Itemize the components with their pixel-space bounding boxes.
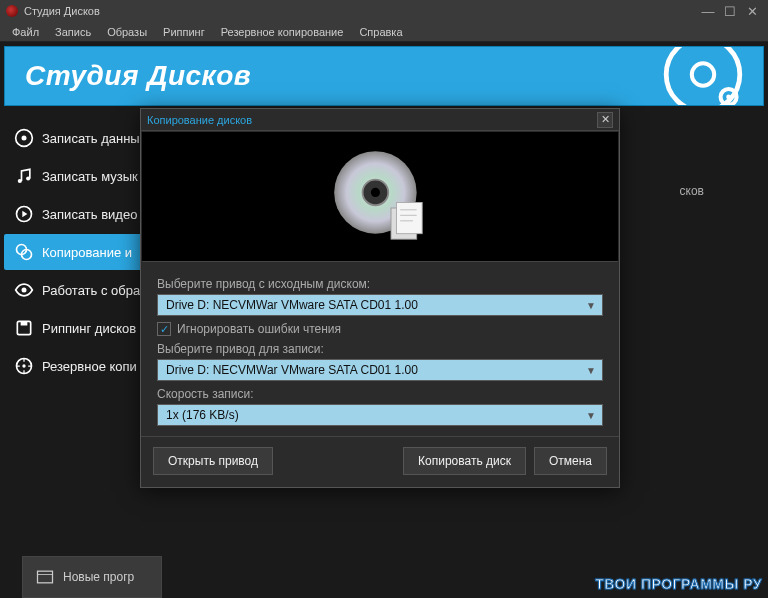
music-icon bbox=[14, 166, 34, 186]
svg-point-5 bbox=[22, 136, 27, 141]
sidebar-item-video[interactable]: Записать видео bbox=[4, 196, 162, 232]
menu-images[interactable]: Образы bbox=[99, 24, 155, 40]
save-icon bbox=[14, 318, 34, 338]
ignore-errors-label: Игнорировать ошибки чтения bbox=[177, 322, 341, 336]
svg-point-15 bbox=[22, 364, 25, 367]
footer-button-label: Новые прогр bbox=[63, 570, 134, 584]
minimize-button[interactable]: — bbox=[698, 3, 718, 19]
source-drive-label: Выберите привод с исходным диском: bbox=[157, 277, 603, 291]
sidebar-item-ripping[interactable]: Риппинг дисков bbox=[4, 310, 162, 346]
dialog-close-button[interactable]: ✕ bbox=[597, 112, 613, 128]
sidebar: Записать данны Записать музык Записать в… bbox=[4, 120, 162, 598]
dest-drive-label: Выберите привод для записи: bbox=[157, 342, 603, 356]
banner-title: Студия Дисков bbox=[25, 60, 251, 92]
svg-rect-16 bbox=[38, 571, 53, 583]
maximize-button[interactable]: ☐ bbox=[720, 3, 740, 19]
open-drive-button[interactable]: Открыть привод bbox=[153, 447, 273, 475]
sidebar-item-label: Работать с обра bbox=[42, 283, 140, 298]
menu-backup[interactable]: Резервное копирование bbox=[213, 24, 352, 40]
sidebar-item-label: Копирование и bbox=[42, 245, 132, 260]
svg-point-6 bbox=[18, 179, 22, 183]
dialog-body: Выберите привод с исходным диском: Drive… bbox=[141, 263, 619, 436]
hdd-icon bbox=[14, 356, 34, 376]
titlebar: Студия Дисков — ☐ ✕ bbox=[0, 0, 768, 22]
close-button[interactable]: ✕ bbox=[742, 3, 762, 19]
svg-point-3 bbox=[726, 95, 731, 100]
svg-point-11 bbox=[22, 288, 27, 293]
sidebar-item-data[interactable]: Записать данны bbox=[4, 120, 162, 156]
svg-rect-13 bbox=[21, 321, 28, 325]
source-drive-value: Drive D: NECVMWar VMware SATA CD01 1.00 bbox=[166, 298, 418, 312]
watermark: ТВОИ ПРОГРАММЫ РУ bbox=[595, 576, 762, 592]
dialog-titlebar: Копирование дисков ✕ bbox=[141, 109, 619, 131]
speed-value: 1x (176 KB/s) bbox=[166, 408, 239, 422]
copy-disc-button[interactable]: Копировать диск bbox=[403, 447, 526, 475]
sidebar-item-label: Записать музык bbox=[42, 169, 138, 184]
sidebar-item-label: Риппинг дисков bbox=[42, 321, 136, 336]
sidebar-item-music[interactable]: Записать музык bbox=[4, 158, 162, 194]
dest-drive-value: Drive D: NECVMWar VMware SATA CD01 1.00 bbox=[166, 363, 418, 377]
sidebar-item-label: Записать данны bbox=[42, 131, 140, 146]
svg-rect-22 bbox=[397, 202, 423, 233]
menu-ripping[interactable]: Риппинг bbox=[155, 24, 213, 40]
svg-point-1 bbox=[692, 63, 714, 85]
banner: Студия Дисков bbox=[4, 46, 764, 106]
video-icon bbox=[14, 204, 34, 224]
sidebar-item-backup[interactable]: Резервное копи bbox=[4, 348, 162, 384]
chevron-down-icon: ▼ bbox=[586, 410, 596, 421]
cancel-button[interactable]: Отмена bbox=[534, 447, 607, 475]
chevron-down-icon: ▼ bbox=[586, 300, 596, 311]
source-drive-select[interactable]: Drive D: NECVMWar VMware SATA CD01 1.00 … bbox=[157, 294, 603, 316]
sidebar-item-label: Резервное копи bbox=[42, 359, 137, 374]
dialog-title-text: Копирование дисков bbox=[147, 114, 252, 126]
dest-drive-select[interactable]: Drive D: NECVMWar VMware SATA CD01 1.00 … bbox=[157, 359, 603, 381]
checkbox-icon: ✓ bbox=[157, 322, 171, 336]
sidebar-item-label: Записать видео bbox=[42, 207, 137, 222]
disc-data-icon bbox=[14, 128, 34, 148]
sidebar-item-image[interactable]: Работать с обра bbox=[4, 272, 162, 308]
truncated-label: сков bbox=[680, 184, 704, 198]
copy-disc-icon bbox=[14, 242, 34, 262]
speed-select[interactable]: 1x (176 KB/s) ▼ bbox=[157, 404, 603, 426]
svg-point-20 bbox=[371, 187, 380, 196]
menubar: Файл Запись Образы Риппинг Резервное коп… bbox=[0, 22, 768, 42]
new-programs-button[interactable]: Новые прогр bbox=[22, 556, 162, 598]
menu-burn[interactable]: Запись bbox=[47, 24, 99, 40]
grid-icon bbox=[35, 567, 55, 587]
window-title: Студия Дисков bbox=[24, 5, 698, 17]
ignore-errors-checkbox[interactable]: ✓ Игнорировать ошибки чтения bbox=[157, 322, 603, 336]
chevron-down-icon: ▼ bbox=[586, 365, 596, 376]
dialog-footer: Открыть привод Копировать диск Отмена bbox=[141, 436, 619, 487]
svg-point-7 bbox=[26, 176, 30, 180]
eye-icon bbox=[14, 280, 34, 300]
speed-label: Скорость записи: bbox=[157, 387, 603, 401]
disc-icon bbox=[663, 46, 743, 106]
copy-disc-dialog: Копирование дисков ✕ Выберите при bbox=[140, 108, 620, 488]
sidebar-item-copy[interactable]: Копирование и bbox=[4, 234, 162, 270]
menu-file[interactable]: Файл bbox=[4, 24, 47, 40]
app-icon bbox=[6, 5, 18, 17]
dialog-hero-image bbox=[142, 132, 618, 262]
menu-help[interactable]: Справка bbox=[351, 24, 410, 40]
